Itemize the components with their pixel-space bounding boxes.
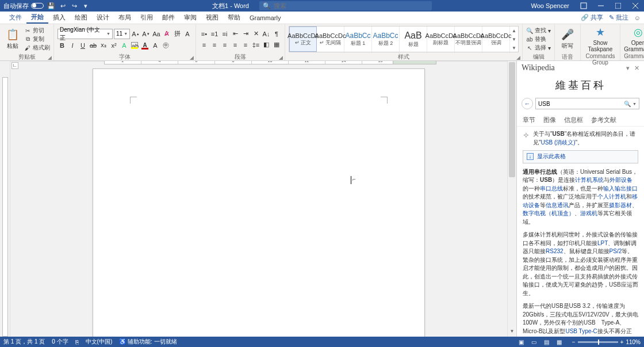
numbering-button[interactable]: ≡1: [210, 29, 219, 39]
font-color-button[interactable]: A: [140, 41, 150, 50]
read-mode-icon[interactable]: ▭: [528, 338, 540, 346]
multilevel-button[interactable]: ≡i: [220, 29, 229, 39]
pane-options-icon[interactable]: ▾: [626, 64, 630, 72]
redo-icon[interactable]: ↪: [70, 2, 78, 10]
tab-selector[interactable]: ∟: [12, 62, 18, 69]
increase-indent-button[interactable]: ⇥: [241, 29, 250, 39]
menu-tab-设计[interactable]: 设计: [92, 12, 114, 24]
share-button[interactable]: 🔗 共享: [581, 13, 603, 22]
strike-button[interactable]: ab: [89, 41, 98, 50]
replace-button[interactable]: ab替换: [526, 35, 551, 43]
style-item[interactable]: AaBbCcDc↵ 正文: [289, 26, 317, 52]
focus-mode-icon[interactable]: ▣: [516, 338, 527, 346]
styles-more-button[interactable]: ▲▼▼: [510, 28, 518, 51]
subscript-button[interactable]: x₂: [99, 41, 108, 50]
grow-font-button[interactable]: A▲: [131, 29, 140, 39]
menu-tab-布局[interactable]: 布局: [114, 12, 136, 24]
align-center-button[interactable]: ≡: [210, 40, 219, 49]
wiki-search-box[interactable]: 🔍 ▼: [535, 98, 639, 109]
wiki-tab[interactable]: 章节: [523, 116, 535, 124]
wiki-link[interactable]: 串口总线: [540, 185, 563, 192]
wiki-search-input[interactable]: [538, 101, 624, 107]
style-item[interactable]: AaB标题: [400, 26, 427, 52]
zoom-slider[interactable]: [578, 341, 618, 343]
save-icon[interactable]: 💾: [47, 2, 55, 10]
menu-tab-邮件[interactable]: 邮件: [158, 12, 179, 24]
asian-layout-button[interactable]: ✕: [251, 29, 260, 39]
wiki-link[interactable]: 摄影器材: [609, 202, 632, 208]
wiki-link[interactable]: 信息通讯: [546, 202, 569, 208]
dialog-launcher-icon[interactable]: ◢: [516, 55, 520, 60]
word-count[interactable]: 0 个字: [52, 338, 68, 346]
disambig-link[interactable]: USB (消歧义): [541, 139, 576, 146]
superscript-button[interactable]: x²: [109, 41, 118, 50]
spell-check-icon[interactable]: ⎘: [75, 339, 79, 345]
phonetic-guide-button[interactable]: 拼: [172, 29, 182, 39]
cut-button[interactable]: ✂剪切: [24, 26, 50, 35]
wiki-tab[interactable]: 信息框: [564, 116, 583, 124]
wiki-link[interactable]: 数字电视（机顶盒）: [523, 210, 574, 216]
user-name[interactable]: Woo Spencer: [531, 2, 569, 9]
clear-format-button[interactable]: A̷: [162, 29, 171, 39]
menu-tab-文件[interactable]: 文件: [5, 12, 26, 24]
close-button[interactable]: [627, 0, 644, 12]
menu-tab-帮助[interactable]: 帮助: [223, 12, 245, 24]
menu-tab-插入[interactable]: 插入: [48, 12, 70, 24]
scroll-thumb[interactable]: [509, 62, 515, 177]
print-layout-icon[interactable]: ▤: [541, 338, 553, 346]
wiki-link[interactable]: RS232: [546, 248, 564, 254]
format-painter-button[interactable]: 🖌格式刷: [24, 44, 50, 52]
minimize-button[interactable]: [592, 0, 610, 12]
style-item[interactable]: AaBbCcDc副标题: [427, 26, 455, 52]
web-layout-icon[interactable]: ▦: [554, 338, 565, 346]
wiki-article-body[interactable]: ✧ 关于与"USB"名称相近或相同的条目，请见"USB (消歧义)"。 ↓ 显示…: [517, 127, 644, 337]
dialog-launcher-icon[interactable]: ◢: [48, 55, 52, 60]
decrease-indent-button[interactable]: ⇤: [231, 29, 240, 39]
menu-tab-绘图[interactable]: 绘图: [70, 12, 92, 24]
accessibility-status[interactable]: ♿ 辅助功能: 一切就绪: [119, 338, 177, 346]
align-right-button[interactable]: ≡: [220, 40, 229, 49]
page-status[interactable]: 第 1 页，共 1 页: [3, 338, 45, 346]
italic-button[interactable]: I: [68, 41, 77, 50]
wiki-tab[interactable]: 参考文献: [591, 116, 616, 124]
dialog-launcher-icon[interactable]: ◢: [190, 55, 194, 60]
pane-close-icon[interactable]: ✕: [634, 64, 639, 72]
text-effects-button[interactable]: A: [120, 41, 129, 50]
wiki-link[interactable]: USB Type-C: [565, 328, 597, 334]
select-button[interactable]: ↖选择▾: [526, 44, 551, 52]
open-grammarly-button[interactable]: ◎Open Grammarly: [624, 26, 644, 52]
zoom-out-icon[interactable]: −: [572, 339, 576, 345]
language-status[interactable]: 中文(中国): [86, 338, 113, 346]
wiki-link[interactable]: LPT: [597, 240, 608, 246]
style-item[interactable]: AaBbCcDc强调: [482, 26, 510, 52]
line-spacing-button[interactable]: ‡≡: [251, 40, 260, 49]
wiki-link[interactable]: 个人计算机: [597, 193, 626, 200]
vertical-scrollbar[interactable]: ▲ ▼: [507, 61, 516, 337]
change-case-button[interactable]: Aa: [152, 29, 161, 39]
undo-icon[interactable]: ↩: [59, 2, 67, 10]
search-icon[interactable]: 🔍: [624, 101, 631, 107]
styles-gallery[interactable]: AaBbCcDc↵ 正文AaBbCcDc↵ 无间隔AaBbCc标题 1AaBbC…: [289, 26, 519, 52]
menu-tab-视图[interactable]: 视图: [201, 12, 223, 24]
chevron-down-icon[interactable]: ▼: [632, 102, 637, 106]
menu-tab-开始[interactable]: 开始: [26, 12, 48, 24]
show-marks-button[interactable]: ¶: [272, 29, 281, 39]
qat-more-icon[interactable]: ▾: [82, 2, 90, 10]
font-size-combo[interactable]: 11▼: [114, 29, 130, 39]
scroll-down-icon[interactable]: ▼: [508, 329, 516, 337]
help-icon[interactable]: ☺: [634, 14, 641, 21]
style-item[interactable]: AaBbCcDc不明显强调: [455, 26, 482, 52]
menu-tab-Grammarly[interactable]: Grammarly: [245, 12, 285, 24]
font-name-combo[interactable]: DengXian (中文正▼: [57, 29, 113, 39]
shrink-font-button[interactable]: A▼: [141, 29, 151, 39]
distributed-button[interactable]: ≡: [241, 40, 250, 49]
dialog-launcher-icon[interactable]: ◢: [279, 55, 283, 60]
search-input[interactable]: [274, 2, 428, 9]
enclose-char-button[interactable]: ㊥: [161, 41, 170, 50]
zoom-level[interactable]: 110%: [626, 339, 641, 345]
zoom-in-icon[interactable]: +: [620, 339, 624, 345]
wiki-link[interactable]: 计算机系统: [575, 177, 604, 183]
dictate-button[interactable]: 🎤听写: [558, 28, 577, 50]
zoom-control[interactable]: − + 110%: [572, 339, 641, 345]
back-button[interactable]: ←: [522, 98, 533, 109]
